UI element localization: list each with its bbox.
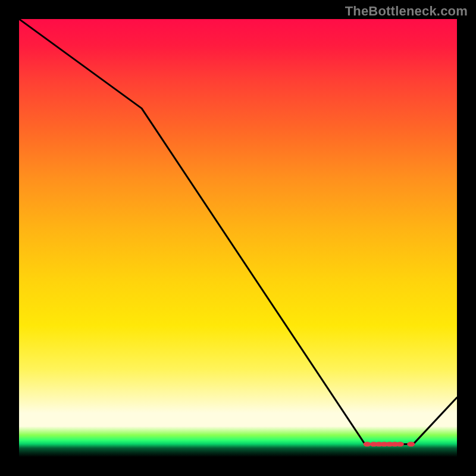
chart-container: TheBottleneck.com [0,0,476,476]
marker-group [364,442,415,447]
marker-point [364,442,371,447]
chart-svg [19,19,457,457]
marker-point [396,442,404,447]
watermark-text: TheBottleneck.com [345,4,468,19]
marker-point [407,442,415,447]
plot-area [19,19,457,457]
series-line [19,19,457,444]
